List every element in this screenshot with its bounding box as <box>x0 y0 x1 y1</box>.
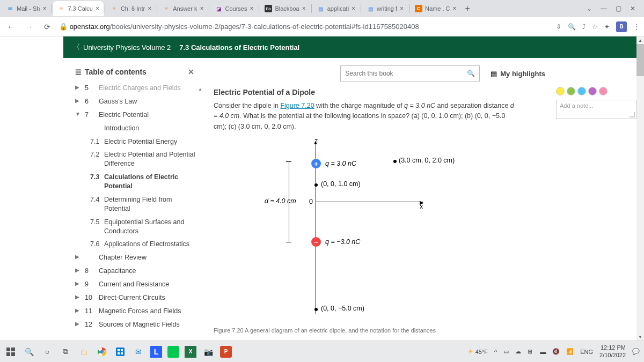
close-icon[interactable]: × <box>452 5 456 12</box>
close-icon[interactable]: × <box>250 5 253 12</box>
svg-rect-6 <box>116 348 125 356</box>
svg-rect-0 <box>6 348 10 351</box>
app-l-icon[interactable]: L <box>150 346 162 358</box>
powerpoint-icon[interactable]: P <box>220 346 232 358</box>
toc-item[interactable]: ▶12Sources of Magnetic Fields <box>63 318 199 331</box>
extensions-icon[interactable]: ✦ <box>604 23 610 31</box>
toc-item[interactable]: ▶5Electric Charges and Fields <box>63 82 199 95</box>
add-note-input[interactable]: Add a note... <box>556 100 636 119</box>
search-icon[interactable]: 🔍 <box>467 70 475 77</box>
close-icon[interactable]: × <box>200 5 203 12</box>
language-indicator[interactable]: ENG <box>580 349 593 355</box>
search-taskbar-icon[interactable]: 🔍 <box>23 345 35 358</box>
highlight-color[interactable] <box>567 87 575 95</box>
toc-item[interactable]: ▶8Capacitance <box>63 264 199 278</box>
toc-item[interactable]: Introduction <box>63 122 199 135</box>
toc-scrollbar[interactable]: ▲ <box>197 87 203 334</box>
book-back-link[interactable]: 〈 University Physics Volume 2 <box>73 42 171 52</box>
tab-writing[interactable]: ▤writing f× <box>362 1 408 16</box>
tab-mail[interactable]: ✉Mail - Sh× <box>2 1 50 16</box>
mail-icon[interactable]: ✉ <box>132 345 145 358</box>
explorer-icon[interactable]: 🗀 <box>77 345 90 358</box>
forward-button[interactable]: → <box>23 20 35 33</box>
d-label: d = 4.0 cm <box>265 197 296 205</box>
wifi-icon[interactable]: 📶 <box>566 348 574 355</box>
toc-item[interactable]: ▶10Direct-Current Circuits <box>63 291 199 305</box>
close-icon[interactable]: × <box>96 5 99 12</box>
start-button[interactable] <box>4 345 17 358</box>
toc-item[interactable]: 7.5Equipotential Surfaces and Conductors <box>63 216 199 238</box>
highlight-color[interactable] <box>577 87 586 95</box>
svg-rect-2 <box>6 352 10 356</box>
tab-blackboard[interactable]: BbBlackboa× <box>260 1 310 16</box>
extension-b-icon[interactable]: B <box>616 21 627 32</box>
toc-item[interactable]: ▶9Current and Resistance <box>63 278 199 291</box>
tab-courses[interactable]: ◪Courses× <box>210 1 258 16</box>
tab-openstax-active[interactable]: ≡7.3 Calcu× <box>53 1 104 16</box>
install-icon[interactable]: ⇩ <box>556 23 561 31</box>
security-icon[interactable]: ⛨ <box>528 349 533 355</box>
toc-item[interactable]: ▶6Gauss's Law <box>63 95 199 108</box>
tray-chevron-icon[interactable]: ^ <box>494 349 497 355</box>
highlight-color[interactable] <box>588 87 597 95</box>
weather-widget[interactable]: ☀45°F <box>468 348 488 355</box>
close-icon[interactable]: × <box>352 5 355 12</box>
app-green-icon[interactable] <box>167 346 179 358</box>
share-icon[interactable]: ⤴ <box>582 23 586 31</box>
svg-rect-3 <box>11 352 15 356</box>
chevron-down-icon[interactable]: ⌄ <box>587 5 592 12</box>
url-field[interactable]: 🔒 openstax.org/books/university-physics-… <box>59 23 551 31</box>
close-icon[interactable]: × <box>400 5 404 12</box>
store-icon[interactable] <box>114 345 127 358</box>
search-icon[interactable]: 🔍 <box>568 23 576 31</box>
page-scrollbar[interactable]: ▲ ▼ <box>636 36 644 341</box>
power-icon[interactable]: ▬ <box>540 349 546 355</box>
highlight-color[interactable] <box>556 87 565 95</box>
camera-icon[interactable]: 📷 <box>202 345 215 358</box>
book-section-title: 7.3 Calculations of Electric Potential <box>179 43 299 51</box>
toc-item[interactable]: ▶11Magnetic Forces and Fields <box>63 305 199 318</box>
tab-chegg[interactable]: CName . C× <box>411 1 460 16</box>
tab-ch6[interactable]: ≡Ch. 6 Intr× <box>106 1 156 16</box>
figure-caption: Figure 7.20 A general diagram of an elec… <box>214 327 545 334</box>
toc-close-button[interactable]: ✕ <box>188 68 199 76</box>
toc-item[interactable]: 7.6Applications of Electrostatics <box>63 238 199 251</box>
book-header: 〈 University Physics Volume 2 7.3 Calcul… <box>63 36 636 58</box>
close-icon[interactable]: × <box>302 5 306 12</box>
cortana-icon[interactable]: ○ <box>41 345 54 358</box>
menu-icon[interactable]: ⋮ <box>633 23 640 31</box>
toc-item[interactable]: 7.2Electric Potential and Potential Diff… <box>63 148 199 171</box>
maximize-icon[interactable]: ▢ <box>616 5 621 12</box>
clock[interactable]: 12:12 PM 2/10/2022 <box>599 344 626 358</box>
onedrive-icon[interactable]: ☁ <box>515 348 521 355</box>
bookmark-icon[interactable]: ☆ <box>592 23 598 31</box>
search-book-input[interactable]: 🔍 <box>340 65 480 82</box>
svg-rect-1 <box>11 348 15 351</box>
close-icon[interactable]: × <box>148 5 151 12</box>
toc-item[interactable]: ▶13Electromagnetic Induction <box>63 331 199 334</box>
reload-button[interactable]: ⟳ <box>41 20 54 33</box>
my-highlights-button[interactable]: ▤ My highlights <box>491 70 545 78</box>
chevron-left-icon: 〈 <box>73 42 80 52</box>
close-window-icon[interactable]: ✕ <box>630 5 635 12</box>
toc-item[interactable]: 7.1Electric Potential Energy <box>63 135 199 149</box>
notifications-icon[interactable]: 💬 <box>632 348 640 355</box>
minimize-icon[interactable]: — <box>601 5 607 12</box>
toc-item[interactable]: ▶Chapter Review <box>63 251 199 264</box>
chrome-icon[interactable] <box>96 345 108 358</box>
tab-answer[interactable]: ≡Answer k× <box>158 1 208 16</box>
toc-item[interactable]: 7.3Calculations of Electric Potential <box>63 171 199 193</box>
task-view-icon[interactable]: ⧉ <box>59 345 72 358</box>
volume-icon[interactable]: 🔇 <box>552 348 560 355</box>
excel-icon[interactable]: X <box>185 346 196 358</box>
new-tab-button[interactable]: + <box>461 4 474 13</box>
tab-application[interactable]: ▤applicati× <box>313 1 360 16</box>
toc-item[interactable]: ▼7Electric Potential <box>63 108 199 122</box>
highlight-color[interactable] <box>599 87 608 95</box>
battery-icon[interactable]: ▭ <box>503 348 509 355</box>
negative-charge-icon: − <box>311 237 321 247</box>
close-icon[interactable]: × <box>42 5 46 12</box>
figure-link[interactable]: Figure 7.20 <box>280 102 314 109</box>
back-button[interactable]: ← <box>4 20 17 33</box>
toc-item[interactable]: 7.4Determining Field from Potential <box>63 193 199 216</box>
